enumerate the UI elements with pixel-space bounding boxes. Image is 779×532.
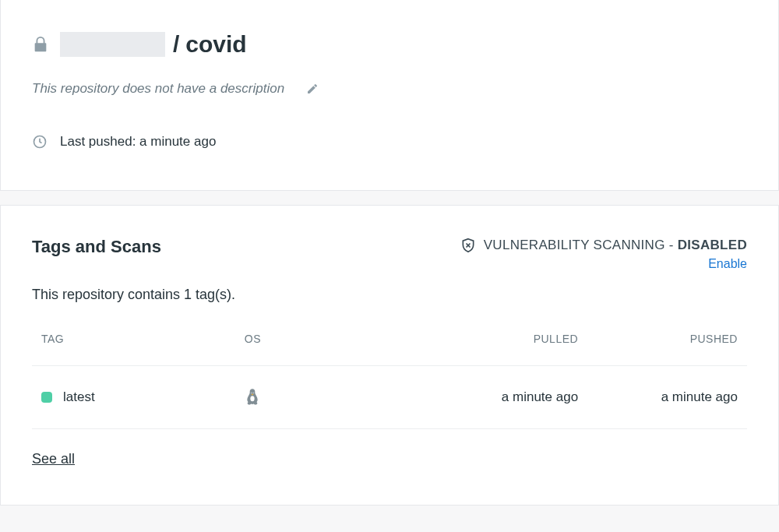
tags-table-header: TAG OS PULLED PUSHED [32,333,747,366]
shield-x-icon [460,237,476,254]
tags-count-text: This repository contains 1 tag(s). [32,287,747,303]
svg-point-4 [251,393,252,393]
repo-title-row: / covid [32,31,747,58]
col-pushed: PUSHED [578,333,738,345]
tag-name: latest [63,389,95,405]
clock-icon [32,134,48,150]
tags-top-row: Tags and Scans VULNERABILITY SCANNING - … [32,237,747,271]
last-pushed-text: Last pushed: a minute ago [60,134,216,150]
description-placeholder: This repository does not have a descript… [32,81,284,97]
col-tag: TAG [41,333,245,345]
tags-heading: Tags and Scans [32,237,161,257]
vulnerability-status: DISABLED [678,238,747,252]
table-row[interactable]: latest a minute ago a minute ago [32,366,747,429]
repo-name: covid [185,31,246,58]
see-all-link[interactable]: See all [32,451,75,467]
repo-slash: / [173,31,179,58]
pushed-cell: a minute ago [578,389,738,405]
tag-cell: latest [41,389,245,405]
os-cell [245,388,390,407]
svg-point-1 [250,396,254,401]
repo-owner-redacted [60,32,165,57]
tags-card: Tags and Scans VULNERABILITY SCANNING - … [0,205,779,506]
enable-scanning-link[interactable]: Enable [708,257,747,271]
repo-header-card: / covid This repository does not have a … [0,0,779,191]
vulnerability-block: VULNERABILITY SCANNING - DISABLED Enable [460,237,747,271]
svg-point-5 [253,393,254,393]
description-row: This repository does not have a descript… [32,81,747,97]
lock-icon [32,33,49,55]
last-pushed-row: Last pushed: a minute ago [32,134,747,150]
linux-icon [245,388,260,407]
pencil-icon[interactable] [306,83,319,95]
col-os: OS [245,333,390,345]
vulnerability-status-line: VULNERABILITY SCANNING - DISABLED [460,237,747,254]
tag-status-dot-icon [41,392,52,403]
pulled-cell: a minute ago [390,389,578,405]
col-pulled: PULLED [390,333,578,345]
vulnerability-label: VULNERABILITY SCANNING - [484,238,678,252]
